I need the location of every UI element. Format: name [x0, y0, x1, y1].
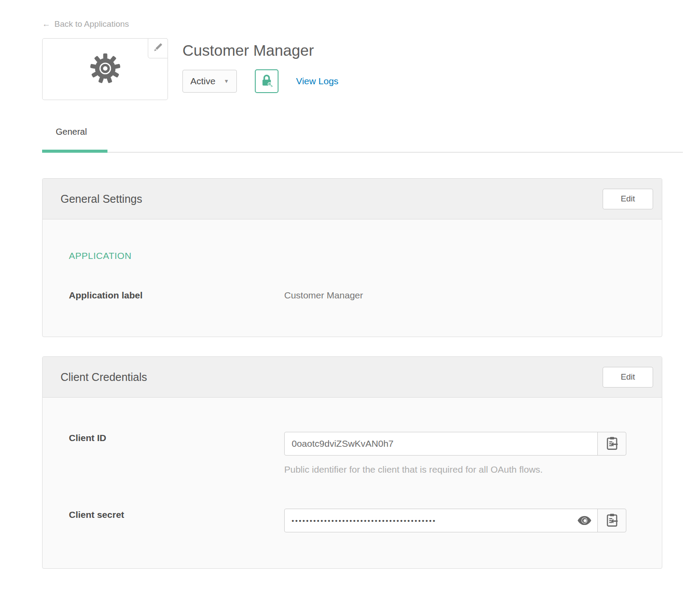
app-header: Customer Manager Active ▼ [42, 38, 662, 100]
general-settings-title: General Settings [61, 193, 142, 205]
gear-icon [88, 51, 122, 87]
app-controls: Active ▼ [182, 69, 339, 93]
tab-track [42, 152, 683, 153]
general-settings-card: General Settings Edit APPLICATION Applic… [42, 178, 662, 337]
status-value: Active [190, 76, 215, 86]
client-id-input-group [284, 432, 626, 456]
tab-underline [42, 150, 683, 153]
pencil-icon [152, 42, 164, 55]
client-credentials-edit-button[interactable]: Edit [603, 367, 653, 388]
back-to-applications-link[interactable]: ← Back to Applications [42, 19, 129, 29]
client-secret-copy-button[interactable] [597, 509, 626, 532]
copy-to-clipboard-icon [606, 437, 618, 451]
application-label-row: Application label Customer Manager [69, 290, 636, 301]
application-group-heading: APPLICATION [69, 251, 636, 261]
client-id-input-wrap [284, 432, 598, 456]
client-secret-input[interactable] [284, 509, 598, 532]
edit-logo-button[interactable] [148, 38, 168, 58]
client-secret-field-main [284, 509, 626, 532]
client-credentials-header: Client Credentials Edit [43, 357, 662, 398]
client-id-copy-button[interactable] [597, 432, 626, 456]
client-credentials-card: Client Credentials Edit Client ID [42, 356, 662, 569]
client-id-label: Client ID [69, 432, 284, 475]
tab-general[interactable]: General [56, 127, 87, 137]
general-settings-edit-button[interactable]: Edit [603, 189, 653, 209]
tab-bar: General [42, 127, 662, 153]
chevron-down-icon: ▼ [224, 79, 229, 84]
client-secret-input-group [284, 509, 626, 532]
lock-key-icon [261, 74, 273, 89]
back-arrow-icon: ← [42, 19, 50, 29]
general-settings-header: General Settings Edit [43, 179, 662, 219]
lock-key-button[interactable] [255, 69, 279, 93]
copy-to-clipboard-icon [606, 513, 618, 528]
view-logs-link[interactable]: View Logs [296, 76, 339, 86]
app-header-right: Customer Manager Active ▼ [182, 38, 339, 100]
client-id-input[interactable] [284, 432, 598, 456]
page-title: Customer Manager [182, 42, 339, 59]
client-id-row: Client ID [69, 432, 636, 475]
client-credentials-body: Client ID [43, 398, 662, 568]
eye-icon [578, 520, 591, 527]
client-secret-input-wrap [284, 509, 598, 532]
client-secret-label: Client secret [69, 509, 284, 532]
tab-active-indicator [42, 150, 107, 153]
application-label-key: Application label [69, 290, 284, 301]
client-id-help-text: Public identifier for the client that is… [284, 464, 626, 475]
client-credentials-title: Client Credentials [61, 371, 147, 384]
application-label-value: Customer Manager [284, 290, 363, 301]
back-link-label: Back to Applications [54, 19, 129, 29]
status-dropdown[interactable]: Active ▼ [182, 70, 237, 93]
app-logo-box [42, 38, 168, 100]
app-settings-page: ← Back to Applications [0, 0, 700, 569]
client-id-field-main: Public identifier for the client that is… [284, 432, 626, 475]
general-settings-body: APPLICATION Application label Customer M… [43, 219, 662, 337]
client-secret-row: Client secret [69, 509, 636, 532]
reveal-secret-button[interactable] [578, 516, 591, 525]
